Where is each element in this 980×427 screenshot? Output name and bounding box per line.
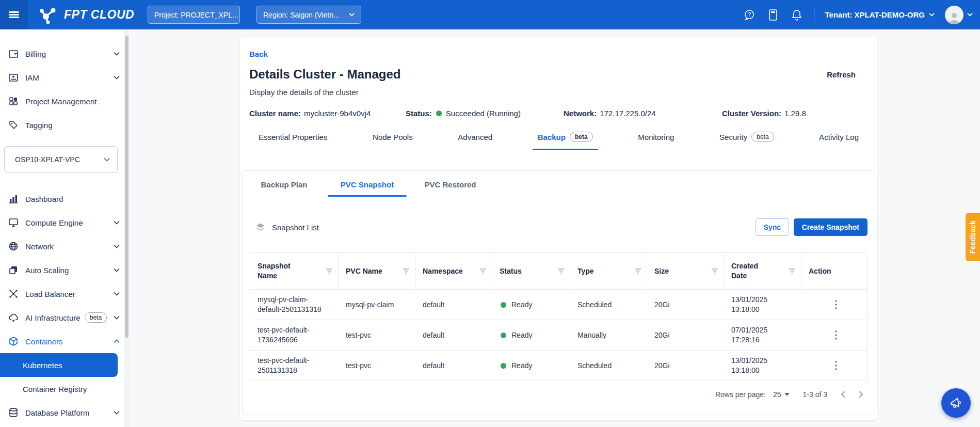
sidebar-item-dashboard[interactable]: Dashboard (0, 187, 129, 211)
sync-button[interactable]: Sync (756, 218, 789, 236)
column-header-type[interactable]: Type (570, 253, 647, 289)
cell-created-date: 13/01/202513:18:00 (724, 290, 801, 320)
column-header-snapshot-name[interactable]: Snapshot Name (250, 253, 339, 289)
status-dot-icon (501, 363, 506, 369)
hamburger-icon (9, 10, 19, 20)
announcement-fab[interactable] (941, 388, 971, 418)
subtab-pvc-restored[interactable]: PVC Restored (409, 172, 492, 197)
column-header-created-date[interactable]: Created Date (724, 253, 801, 289)
column-header-pvc-name[interactable]: PVC Name (339, 253, 415, 289)
column-header-size[interactable]: Size (647, 253, 724, 289)
region-selector[interactable]: Region: Saigon (Vietn... (256, 6, 361, 24)
sidebar-item-label: IAM (25, 73, 39, 82)
next-page-button[interactable] (859, 391, 863, 398)
sidebar-item-tagging[interactable]: Tagging (0, 113, 129, 137)
cell-namespace: default (415, 290, 492, 320)
filter-icon[interactable] (403, 268, 410, 274)
project-selector[interactable]: Project: PROJECT_XPL... (148, 6, 240, 24)
created-date: 13/01/2025 (731, 356, 767, 366)
column-label: Snapshot Name (258, 261, 296, 281)
sidebar-item-load-balancer[interactable]: Load Balancer (0, 282, 129, 306)
status-value: Succeeded (Running) (446, 109, 521, 118)
cluster-version-label: Cluster Version: (722, 109, 781, 118)
sidebar-item-iam[interactable]: IAM (0, 66, 129, 89)
filter-icon[interactable] (479, 268, 487, 274)
bell-icon (791, 9, 802, 21)
row-actions-button[interactable] (801, 351, 869, 381)
filter-icon[interactable] (789, 268, 796, 274)
chevron-down-icon (114, 410, 120, 415)
vpc-selector[interactable]: OSP10-XPLAT-VPC (4, 146, 118, 173)
sidebar-item-label: Network (25, 242, 54, 251)
cell-namespace: default (415, 320, 492, 350)
cluster-name-value: mycluster-9b4v0vj4 (304, 109, 371, 118)
tab-security[interactable]: Securitybeta (714, 132, 779, 150)
sidebar-item-network[interactable]: Network (0, 234, 129, 258)
sidebar-item-auto-scaling[interactable]: Auto Scaling (0, 258, 129, 282)
status-dot-icon (501, 302, 506, 308)
back-link[interactable]: Back (249, 50, 268, 58)
sidebar-item-compute-engine[interactable]: Compute Engine (0, 211, 129, 234)
feedback-tab[interactable]: Feedback (966, 213, 980, 261)
kebab-menu-icon (835, 361, 837, 370)
tab-advanced[interactable]: Advanced (453, 132, 497, 150)
notifications-button[interactable] (790, 8, 804, 22)
tab-monitoring[interactable]: Monitoring (633, 132, 679, 150)
create-snapshot-button[interactable]: Create Snapshot (794, 218, 867, 236)
navbar-divider (814, 8, 814, 22)
sidebar-item-project-management[interactable]: Project Management (0, 89, 129, 113)
fpt-cloud-logo: FPT CLOUD (39, 5, 134, 25)
sidebar-scrollbar[interactable] (124, 29, 129, 427)
subtab-backup-plan[interactable]: Backup Plan (243, 172, 326, 197)
rows-per-page: Rows per page: 25 (715, 390, 790, 399)
refresh-button[interactable]: Refresh (827, 70, 868, 79)
filter-icon[interactable] (326, 268, 333, 274)
column-label: Size (654, 266, 669, 276)
hamburger-menu-button[interactable] (0, 0, 28, 29)
column-label: PVC Name (346, 266, 382, 276)
filter-icon[interactable] (557, 268, 565, 274)
column-label: Status (500, 266, 522, 276)
cell-size: 20Gi (647, 320, 724, 350)
sidebar-item-label: AI Infrastructure (25, 313, 81, 322)
sidebar-item-container-registry[interactable]: Container Registry (0, 377, 129, 401)
column-header-status[interactable]: Status (492, 253, 570, 289)
subtab-pvc-snapshot[interactable]: PVC Snapshot (326, 172, 409, 197)
row-actions-button[interactable] (801, 320, 869, 350)
chevron-left-icon (841, 391, 845, 398)
sidebar-item-label: Container Registry (23, 385, 87, 393)
tab-node-pools[interactable]: Node Pools (367, 132, 418, 150)
sidebar-item-label: Dashboard (25, 195, 63, 203)
tab-activity-log[interactable]: Activity Log (814, 132, 864, 150)
sidebar-item-label: Billing (25, 50, 46, 58)
rows-per-page-select[interactable]: 25 (773, 390, 790, 399)
tab-label: Backup (538, 133, 566, 141)
column-header-namespace[interactable]: Namespace (415, 253, 492, 289)
database-platform-icon (8, 407, 19, 418)
previous-page-button[interactable] (841, 391, 845, 398)
beta-badge: beta (751, 132, 774, 142)
sidebar-item-containers[interactable]: Containers (0, 329, 129, 353)
sidebar-divider (0, 182, 129, 182)
row-actions-button[interactable] (801, 290, 869, 320)
sidebar-item-database-platform[interactable]: Database Platform (0, 401, 129, 424)
created-date: 07/01/2025 (731, 325, 767, 335)
filter-icon[interactable] (634, 268, 641, 274)
sidebar-scrollbar-thumb[interactable] (125, 36, 128, 338)
help-button[interactable]: ? (743, 8, 756, 22)
tab-label: Node Pools (373, 133, 413, 141)
sidebar-item-label: Project Management (25, 97, 97, 106)
sidebar-item-ai-infrastructure[interactable]: AI Infrastructure beta (0, 306, 129, 329)
tab-backup[interactable]: Backupbeta (533, 132, 598, 150)
tenant-selector[interactable]: Tenant: XPLAT-DEMO-ORG (825, 10, 935, 19)
sidebar-item-billing[interactable]: Billing (0, 42, 129, 66)
tab-essential-properties[interactable]: Essential Properties (253, 132, 332, 150)
table-body: mysql-pv-claim-default-2501131318 mysql-… (250, 289, 867, 381)
user-menu[interactable] (945, 6, 973, 24)
backup-panel: Backup Plan PVC Snapshot PVC Restored Sn… (242, 170, 875, 415)
cell-pvc-name: mysql-pv-claim (339, 290, 415, 320)
sidebar-item-kubernetes[interactable]: Kubernetes (0, 353, 118, 377)
chevron-down-icon (114, 75, 120, 80)
filter-icon[interactable] (711, 268, 718, 274)
docs-button[interactable] (766, 8, 780, 22)
